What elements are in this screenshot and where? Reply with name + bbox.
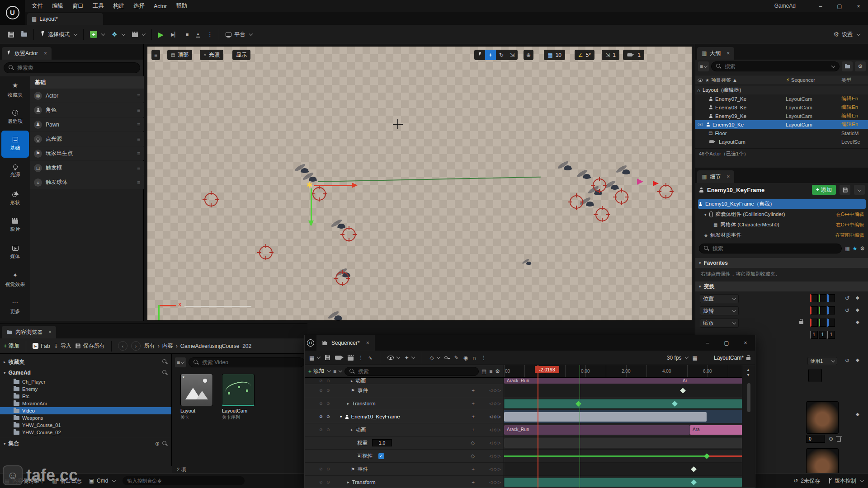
pin-icon[interactable]: ◉	[463, 355, 468, 361]
track-event[interactable]: ⊘ ⊙⚑事件+◁ ◇ ▷	[305, 463, 504, 476]
sequence-picker-button[interactable]: ▦	[309, 355, 320, 361]
component-row-capsule[interactable]: ▾胶囊体组件 (CollisionCylinder)在C++中编辑	[698, 210, 866, 219]
category-more[interactable]: ⋯更多	[0, 293, 30, 320]
track-anim-cut[interactable]: ⊘ ⊙▸动画	[305, 378, 504, 384]
translate-gizmo-y[interactable]	[311, 188, 312, 221]
asset-search-input[interactable]	[189, 357, 305, 367]
view-options-button[interactable]	[387, 356, 400, 360]
track-transform[interactable]: ⊘ ⊙▸Transform+◁ ◇ ▷	[305, 397, 504, 410]
display-filter-icon[interactable]: ▦	[844, 245, 849, 252]
editor-mode-dropdown[interactable]: 选择模式	[37, 28, 80, 41]
edit-sequence-link[interactable]: 编辑En	[841, 95, 867, 102]
enemy-target-marker[interactable]	[335, 272, 349, 285]
add-track-button[interactable]: +添加	[308, 367, 330, 375]
expand-icon[interactable]: ▤	[481, 368, 486, 375]
edit-cpp-link[interactable]: 在C++中编辑	[836, 222, 866, 228]
keyframe-nav[interactable]: ◁ ◇ ▷	[475, 441, 501, 445]
location-x-field[interactable]	[810, 294, 818, 302]
component-row-mesh[interactable]: ▦网格体 (CharacterMesh0)在C++中编辑	[698, 220, 866, 230]
camera-binding-label[interactable]: LayoutCam*	[714, 355, 750, 361]
category-lights[interactable]: 光源	[0, 158, 30, 185]
keyframe-nav[interactable]: ◁ ◇ ▷	[475, 480, 501, 484]
place-item-pawn[interactable]: ♟Pawn≡	[30, 117, 144, 131]
category-shapes[interactable]: 形状	[0, 185, 30, 212]
array-count-field[interactable]: 0	[806, 435, 825, 443]
scale-dropdown[interactable]: 缩放	[700, 319, 739, 328]
unreal-logo[interactable]: U	[0, 0, 25, 25]
asset-card-layout[interactable]: * Layout 关卡	[180, 374, 217, 421]
root-tree-header[interactable]: ▾GameAd	[0, 367, 171, 378]
play-options-button[interactable]: ⋮	[203, 28, 216, 41]
keyframe-nav[interactable]: ◁ ◇ ▷	[475, 388, 501, 393]
track-enemy10-keyframe[interactable]: ⊘ ⊙▾Enemy10_KeyFrame+◁ ◇ ▷	[305, 410, 504, 423]
outliner-search-input[interactable]	[711, 61, 840, 71]
save-icon[interactable]	[325, 355, 330, 360]
favorites-section-header[interactable]: ▾Favorites	[695, 258, 868, 268]
location-dropdown[interactable]: 位置	[700, 294, 739, 303]
world-row[interactable]: ⌂Layout（编辑器）	[695, 86, 868, 94]
outliner-row[interactable]: Enemy09_KeLayoutCam编辑En	[695, 112, 868, 120]
add-element-icon[interactable]: ⊕	[829, 436, 833, 442]
playback-options-button[interactable]: ✦	[404, 355, 415, 361]
place-item-character[interactable]: 角色≡	[30, 103, 144, 117]
edit-sequence-link[interactable]: 编辑En	[841, 104, 867, 111]
breadcrumb-course[interactable]: GameAdvertisingCourse_202	[180, 343, 251, 349]
rotation-dropdown[interactable]: 旋转	[700, 306, 739, 315]
camera-speed-control[interactable]: 1	[623, 50, 644, 60]
scrollbar-thumb[interactable]	[747, 383, 750, 412]
details-settings-icon[interactable]: ⚙	[860, 245, 865, 252]
scale-z-field[interactable]	[827, 319, 835, 327]
enemy-actor[interactable]	[327, 312, 343, 321]
enemy-target-marker[interactable]	[570, 195, 583, 209]
details-options-button[interactable]	[854, 185, 865, 195]
component-row-event[interactable]: ◆触发材质事件在蓝图中编辑	[698, 230, 866, 240]
outliner-row[interactable]: Enemy08_KeLayoutCam编辑En	[695, 103, 868, 112]
folder-etc[interactable]: Etc	[0, 393, 171, 400]
value-field[interactable]: 1	[810, 331, 818, 339]
render-movie-icon[interactable]	[348, 357, 354, 361]
menu-help[interactable]: 帮助	[171, 0, 192, 12]
enemy-target-marker[interactable]	[312, 187, 326, 201]
pin-column-icon[interactable]: ★	[705, 78, 709, 83]
save-all-button[interactable]: 保存所有	[75, 342, 105, 350]
category-media[interactable]: 媒体	[0, 239, 30, 266]
keyframe-marker[interactable]	[680, 388, 686, 394]
close-icon[interactable]: ×	[726, 50, 730, 56]
enemy-actor[interactable]	[522, 260, 532, 266]
place-item-trigger-sphere[interactable]: ○触发球体≡	[30, 175, 144, 189]
enemy-actor[interactable]	[294, 165, 309, 174]
menu-window[interactable]: 窗口	[68, 0, 88, 12]
label-column-header[interactable]: 项目标签 ▲	[711, 77, 784, 84]
weight-value-field[interactable]: 1.0	[372, 439, 392, 446]
folder-mixamoani[interactable]: MixamoAni	[0, 400, 171, 407]
close-button[interactable]: ×	[849, 0, 868, 12]
snap-icon[interactable]: ∩	[472, 355, 476, 361]
select-tool[interactable]	[474, 50, 485, 60]
enemy-target-marker[interactable]	[595, 208, 609, 221]
edit-blueprint-link[interactable]: 在蓝图中编辑	[835, 232, 866, 239]
auto-key-icon[interactable]	[444, 356, 448, 359]
rotation-y-field[interactable]	[819, 306, 826, 314]
breadcrumb-all[interactable]: 所有	[144, 342, 155, 350]
sequencer-column-header[interactable]: ⚡ Sequencer	[786, 77, 840, 83]
enemy-target-marker[interactable]	[659, 185, 673, 198]
category-basic[interactable]: 基础	[1, 131, 29, 158]
back-button[interactable]: ‹	[118, 341, 127, 351]
unsaved-button[interactable]: ↺2未保存	[793, 477, 820, 485]
playhead-line[interactable]	[538, 365, 538, 488]
place-item-trigger-box[interactable]: □触发框≡	[30, 161, 144, 175]
blueprints-dropdown[interactable]: ❖	[108, 28, 128, 41]
save-button[interactable]	[5, 28, 18, 41]
track-anim[interactable]: ⊘ ⊙▸动画+◁ ◇ ▷	[305, 423, 504, 436]
reset-icon[interactable]: ↺	[845, 357, 849, 364]
enemy-actor[interactable]	[604, 182, 619, 191]
place-item-actor[interactable]: ◎Actor≡	[30, 89, 144, 103]
component-row-self[interactable]: Enemy10_KeyFrame（自我）	[698, 199, 866, 209]
menu-build[interactable]: 构建	[108, 0, 129, 12]
level-tab[interactable]: ▤ Layout*	[27, 13, 103, 25]
add-section-icon[interactable]: +	[472, 388, 475, 393]
track-transform[interactable]: ⊘ ⊙▸Transform+◁ ◇ ▷	[305, 476, 504, 488]
enemy-actor[interactable]	[576, 171, 591, 180]
enemy-target-marker[interactable]	[593, 178, 606, 192]
mesh-preview-thumbnail[interactable]	[806, 401, 839, 434]
